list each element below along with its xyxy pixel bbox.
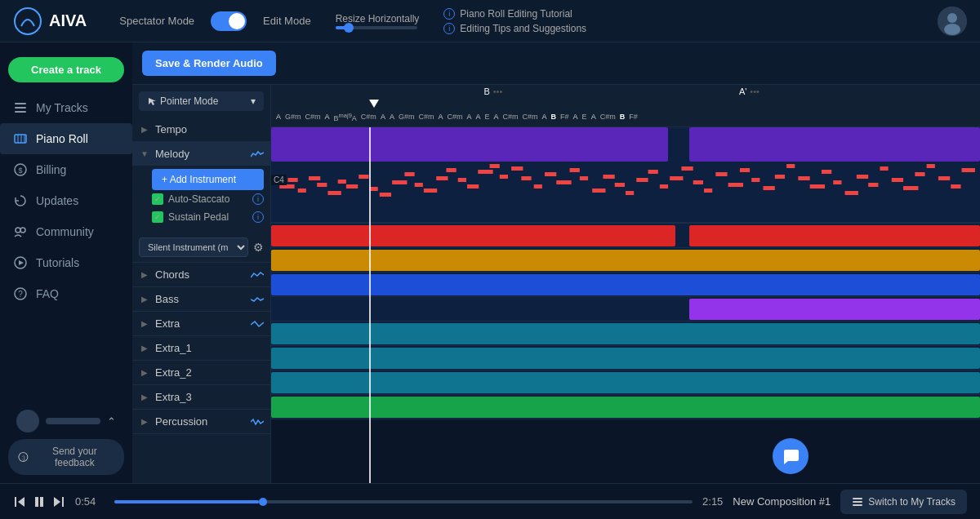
sustain-pedal-check[interactable]: ✓: [152, 211, 163, 223]
blue-lane[interactable]: [271, 273, 980, 297]
collapse-button[interactable]: ⌃: [107, 415, 116, 428]
track-name-melody: Melody: [155, 148, 246, 160]
spectator-mode-label: Spectator Mode: [119, 15, 194, 27]
svg-rect-45: [534, 184, 542, 189]
logo-area: AIVA: [13, 7, 87, 36]
svg-rect-25: [317, 183, 327, 187]
feedback-button[interactable]: :) Send your feedback: [8, 439, 124, 475]
expand-extra3[interactable]: ▶: [139, 392, 150, 403]
current-time: 0:54: [75, 495, 105, 508]
svg-rect-81: [951, 184, 960, 189]
sidebar-item-piano-roll[interactable]: Piano Roll: [0, 123, 132, 154]
track-row-tempo[interactable]: ▶ Tempo: [132, 118, 270, 141]
track-row-extra2[interactable]: ▶ Extra_2: [132, 361, 270, 384]
auto-staccato-check[interactable]: ✓: [152, 193, 163, 205]
svg-rect-65: [763, 186, 774, 190]
sidebar-item-updates[interactable]: Updates: [0, 185, 132, 216]
skip-back-icon: [13, 495, 26, 508]
pause-icon: [33, 495, 46, 508]
track-row-bass[interactable]: ▶ Bass: [132, 287, 270, 311]
pointer-mode-button[interactable]: Pointer Mode ▾: [139, 91, 264, 111]
tutorial-link[interactable]: i Piano Roll Editing Tutorial: [443, 8, 586, 20]
instrument-gear-button[interactable]: ⚙: [253, 241, 264, 254]
save-render-button[interactable]: Save & Render Audio: [142, 51, 276, 76]
svg-rect-43: [511, 166, 523, 171]
svg-rect-46: [545, 172, 556, 176]
progress-bar[interactable]: [114, 500, 693, 503]
sidebar-item-billing[interactable]: $ Billing: [0, 154, 132, 185]
sidebar-item-tutorials[interactable]: Tutorials: [0, 247, 132, 278]
expand-percussion[interactable]: ▶: [139, 416, 150, 428]
auto-staccato-row: ✓ Auto-Staccato i: [152, 190, 264, 208]
svg-rect-58: [681, 166, 693, 171]
svg-rect-71: [833, 180, 841, 184]
extra-lane[interactable]: [271, 297, 980, 322]
create-track-button[interactable]: Create a track: [8, 57, 124, 82]
svg-rect-40: [478, 170, 492, 174]
track-row-extra3[interactable]: ▶ Extra_3: [132, 385, 270, 409]
track-row-extra1[interactable]: ▶ Extra_1: [132, 336, 270, 360]
spectator-mode-toggle[interactable]: [211, 11, 247, 31]
expand-extra1[interactable]: ▶: [139, 343, 150, 354]
sidebar-item-my-tracks[interactable]: My Tracks: [0, 92, 132, 123]
track-row-extra[interactable]: ▶ Extra: [132, 312, 270, 335]
svg-rect-44: [521, 176, 531, 180]
track-section-percussion: ▶ Percussion: [132, 410, 270, 434]
switch-to-my-tracks-button[interactable]: Switch to My Tracks: [840, 490, 967, 514]
track-name-extra1: Extra_1: [155, 342, 264, 354]
track-row-chords[interactable]: ▶ Chords: [132, 263, 270, 286]
expand-melody[interactable]: ▼: [139, 149, 150, 160]
sidebar-item-faq[interactable]: ? FAQ: [0, 278, 132, 309]
track-section-chords: ▶ Chords: [132, 263, 270, 287]
extra1-lane[interactable]: [271, 322, 980, 346]
track-row-melody[interactable]: ▼ Melody: [132, 142, 270, 166]
svg-marker-16: [19, 260, 24, 265]
skip-back-button[interactable]: [13, 495, 26, 508]
chords-graph-icon: [251, 271, 264, 279]
chat-icon: [782, 447, 800, 465]
melody-lane[interactable]: C4: [271, 127, 980, 224]
resize-slider[interactable]: [336, 26, 417, 29]
percussion-block: [271, 397, 980, 418]
extra3-lane[interactable]: [271, 370, 980, 395]
sidebar-label-billing: Billing: [36, 163, 66, 176]
svg-rect-24: [309, 176, 320, 180]
svg-rect-26: [327, 191, 341, 195]
pause-button[interactable]: [33, 495, 46, 508]
svg-rect-59: [693, 180, 703, 184]
expand-extra[interactable]: ▶: [139, 318, 150, 330]
yellow-lane[interactable]: [271, 248, 980, 273]
percussion-lane[interactable]: [271, 395, 980, 419]
chat-fab[interactable]: [773, 438, 808, 474]
add-instrument-button[interactable]: + Add Instrument: [152, 169, 264, 190]
extra2-lane[interactable]: [271, 346, 980, 370]
expand-bass[interactable]: ▶: [139, 294, 150, 305]
chord-Fsh2: F#: [627, 113, 639, 121]
skip-forward-button[interactable]: [52, 495, 65, 508]
progress-fill: [114, 500, 259, 503]
track-row-percussion[interactable]: ▶ Percussion: [132, 410, 270, 433]
auto-staccato-info[interactable]: i: [252, 193, 264, 205]
track-sub-melody: + Add Instrument ✓ Auto-Staccato i ✓ Sus…: [132, 166, 270, 233]
tips-link[interactable]: i Editing Tips and Suggestions: [443, 23, 586, 34]
svg-rect-47: [556, 180, 571, 184]
sustain-pedal-info[interactable]: i: [252, 211, 264, 223]
expand-tempo[interactable]: ▶: [139, 124, 150, 135]
sidebar-item-community[interactable]: Community: [0, 216, 132, 247]
track-panel: Pointer Mode ▾ ▶ Tempo: [132, 85, 271, 483]
instrument-select[interactable]: Silent Instrument (m: [139, 237, 248, 257]
c4-label: C4: [271, 175, 287, 185]
chord-Gshm2: G#m: [397, 113, 416, 121]
chord-B2: B: [618, 113, 627, 121]
chords-lane[interactable]: [271, 224, 980, 248]
extra-graph-icon: [251, 320, 264, 328]
expand-extra2[interactable]: ▶: [139, 367, 150, 379]
expand-chords[interactable]: ▶: [139, 269, 150, 281]
tips-info-icon: i: [443, 23, 455, 34]
aiva-logo-icon: [13, 7, 42, 36]
chord-A10: A: [572, 113, 580, 121]
user-avatar[interactable]: [938, 7, 967, 36]
svg-rect-6: [15, 111, 26, 113]
svg-rect-61: [715, 172, 727, 176]
sidebar-label-updates: Updates: [36, 194, 78, 207]
